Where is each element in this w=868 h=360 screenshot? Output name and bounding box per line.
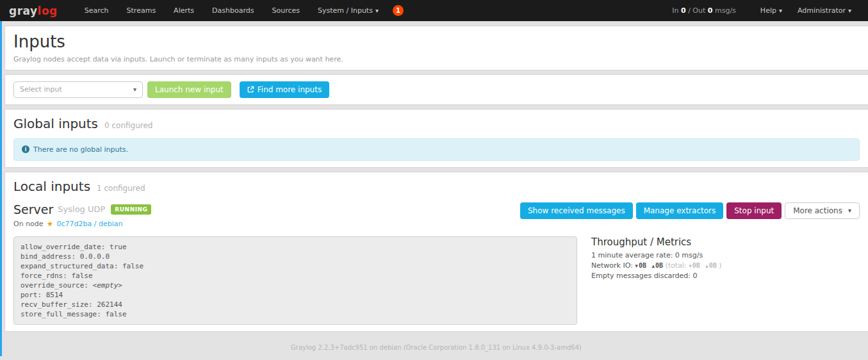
caret-up-icon [648, 261, 655, 270]
input-actions: Show received messages Manage extractors… [520, 202, 860, 219]
global-inputs-card: Global inputs 0 configured i There are n… [4, 109, 868, 168]
info-icon: i [22, 145, 29, 153]
help-menu[interactable]: Help [753, 1, 790, 20]
config-line: force_rdns: false [20, 271, 570, 281]
local-inputs-card: Local inputs 1 configured Server Syslog … [4, 172, 868, 332]
input-launcher-card: Select input ▾ Launch new input Find mor… [4, 74, 868, 105]
throughput-metrics: Throughput / Metrics 1 minute average ra… [591, 236, 722, 281]
select-input-dropdown[interactable]: Select input ▾ [13, 81, 143, 98]
show-received-messages-button[interactable]: Show received messages [520, 202, 633, 219]
manage-extractors-button[interactable]: Manage extractors [636, 202, 724, 219]
metrics-title: Throughput / Metrics [591, 236, 722, 248]
config-line: allow_override_date: true [20, 242, 570, 252]
navbar-right: In 0 / Out 0 msg/s Help Administrator [672, 1, 859, 20]
status-badge: RUNNING [111, 204, 151, 215]
graylog-logo[interactable]: graylog [9, 4, 58, 17]
metrics-empty-discarded: Empty messages discarded: 0 [591, 271, 722, 281]
page-title: Inputs [13, 33, 860, 52]
notification-badge[interactable]: 1 [393, 5, 404, 16]
config-line: bind_address: 0.0.0.0 [20, 252, 570, 261]
caret-up-icon [702, 261, 709, 270]
nav-item-sources[interactable]: Sources [263, 1, 309, 20]
top-navbar: graylog SearchStreamsAlertsDashboardsSou… [0, 0, 868, 21]
select-input-placeholder: Select input [20, 85, 62, 94]
page-description: Graylog nodes accept data via inputs. La… [13, 55, 860, 63]
input-type: Syslog UDP [58, 204, 105, 214]
input-config-well: allow_override_date: truebind_address: 0… [13, 236, 577, 325]
nav-item-dashboards[interactable]: Dashboards [203, 1, 263, 20]
node-link[interactable]: 0c77d2ba / debian [56, 220, 122, 228]
input-name: Server [13, 202, 53, 217]
chevron-down-icon: ▾ [133, 86, 136, 93]
config-line: recv_buffer_size: 262144 [20, 300, 570, 309]
config-line: port: 8514 [20, 290, 570, 300]
config-line: expand_structured_data: false [20, 261, 570, 271]
config-line: override_source: <empty> [20, 281, 570, 290]
stop-input-button[interactable]: Stop input [726, 202, 782, 219]
metrics-network-io: Network IO: 0B 0B (total: 0B 0B ) [591, 261, 722, 271]
metrics-network-total: (total: 0B 0B ) [666, 261, 722, 270]
local-inputs-count: 1 configured [97, 184, 145, 193]
metrics-rate: 1 minute average rate: 0 msg/s [591, 250, 722, 261]
main-nav: SearchStreamsAlertsDashboardsSourcesSyst… [76, 1, 388, 20]
content: Inputs Graylog nodes accept data via inp… [0, 21, 868, 359]
on-node-line: On node ★ 0c77d2ba / debian [13, 220, 151, 228]
nav-item-alerts[interactable]: Alerts [165, 1, 203, 20]
find-more-inputs-button[interactable]: Find more inputs [240, 81, 329, 98]
star-icon: ★ [47, 220, 53, 228]
global-throughput: In 0 / Out 0 msg/s [672, 6, 736, 15]
more-actions-button[interactable]: More actions [785, 202, 860, 219]
nav-item-streams[interactable]: Streams [118, 1, 165, 20]
local-inputs-title: Local inputs [13, 179, 90, 194]
user-menu[interactable]: Administrator [790, 1, 859, 20]
nav-item-search[interactable]: Search [76, 1, 118, 20]
page-footer: Graylog 2.2.3+7adc951 on debian (Oracle … [4, 336, 868, 359]
external-link-icon [247, 86, 254, 93]
global-inputs-count: 0 configured [104, 121, 152, 130]
launch-new-input-button[interactable]: Launch new input [147, 81, 231, 98]
global-inputs-title: Global inputs [13, 116, 98, 131]
no-global-inputs-alert: i There are no global inputs. [13, 138, 860, 161]
nav-item-system-inputs[interactable]: System / Inputs [309, 1, 388, 20]
page-header-card: Inputs Graylog nodes accept data via inp… [4, 26, 868, 70]
left-edge-strip [0, 21, 2, 356]
config-line: store_full_message: false [20, 309, 570, 319]
input-title-block: Server Syslog UDP RUNNING On node ★ 0c77… [13, 202, 151, 228]
